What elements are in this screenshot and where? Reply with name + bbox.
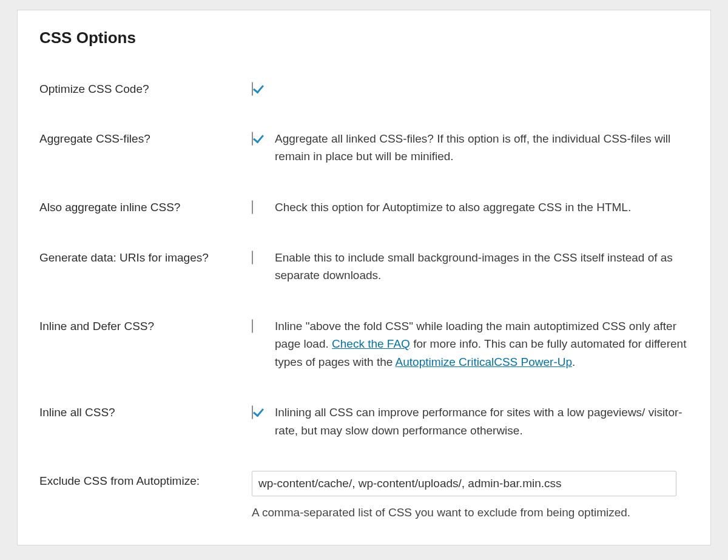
input-exclude-css[interactable]	[252, 471, 676, 496]
settings-table: Optimize CSS Code? Aggregate CSS-files?	[39, 76, 689, 550]
label-inline-defer: Inline and Defer CSS?	[39, 314, 252, 400]
section-title: CSS Options	[39, 29, 689, 47]
link-criticalcss-powerup[interactable]: Autoptimize CriticalCSS Power-Up	[396, 356, 572, 368]
checkbox-data-uris[interactable]	[252, 251, 253, 265]
helper-exclude-css: A comma-separated list of CSS you want t…	[252, 504, 689, 521]
desc-aggregate-inline: Check this option for Autoptimize to als…	[275, 197, 689, 216]
label-data-uris: Generate data: URIs for images?	[39, 245, 252, 314]
checkbox-inline-all[interactable]	[252, 405, 253, 419]
desc-inline-defer: Inline "above the fold CSS" while loadin…	[275, 316, 689, 371]
label-optimize-css: Optimize CSS Code?	[39, 76, 252, 126]
label-aggregate-css: Aggregate CSS-files?	[39, 126, 252, 195]
checkbox-inline-defer[interactable]	[252, 319, 253, 333]
desc-data-uris: Enable this to include small background-…	[275, 248, 689, 285]
link-check-faq[interactable]: Check the FAQ	[332, 337, 410, 350]
label-exclude-css: Exclude CSS from Autoptimize:	[39, 468, 252, 550]
checkbox-aggregate-css[interactable]	[252, 132, 253, 146]
label-inline-all: Inline all CSS?	[39, 400, 252, 468]
desc-inline-defer-post: .	[572, 356, 575, 368]
css-options-panel: CSS Options Optimize CSS Code?	[17, 10, 711, 545]
checkbox-optimize-css[interactable]	[252, 82, 253, 96]
checkbox-aggregate-inline[interactable]	[252, 200, 253, 214]
label-aggregate-inline: Also aggregate inline CSS?	[39, 195, 252, 245]
desc-aggregate-css: Aggregate all linked CSS-files? If this …	[275, 129, 689, 166]
desc-inline-all: Inlining all CSS can improve performance…	[275, 402, 689, 439]
